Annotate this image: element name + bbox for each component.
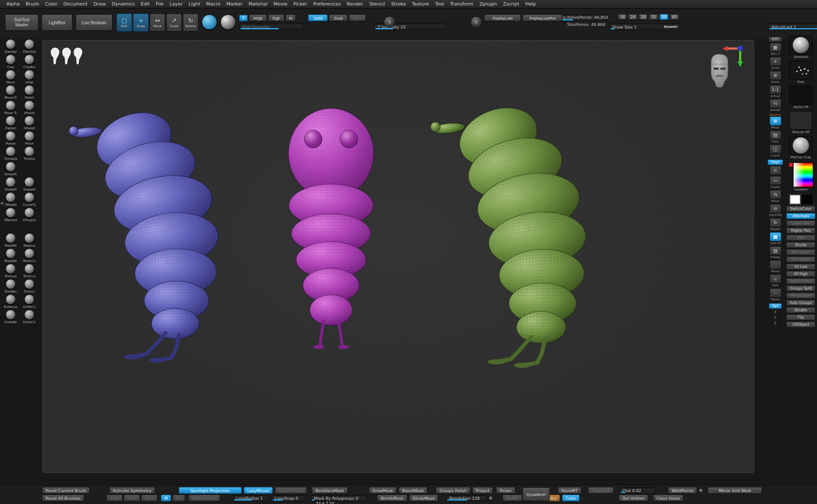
thumb-standard[interactable]: Standard bbox=[789, 36, 812, 60]
actual-button[interactable]: 1:1Actual bbox=[770, 85, 781, 98]
move-button[interactable]: ⇆Move bbox=[770, 190, 781, 203]
dist-0-02-slider[interactable]: Dist 0.02 bbox=[620, 487, 655, 494]
mode-scale-button[interactable]: ↗Scale bbox=[166, 14, 182, 31]
brush-trimrec[interactable]: TrimRec bbox=[3, 279, 19, 293]
brush-polish[interactable]: Polish bbox=[21, 85, 37, 100]
menu-zscript[interactable]: Zscript bbox=[500, 0, 522, 8]
brush-smooth[interactable]: Smooth bbox=[3, 162, 19, 176]
menu-stroke[interactable]: Stroke bbox=[388, 0, 409, 8]
menu-edit[interactable]: Edit bbox=[138, 0, 153, 8]
live-boolean-button[interactable]: Live Boolean bbox=[76, 14, 112, 31]
color-a-chip[interactable]: A bbox=[239, 15, 248, 21]
menu-zplugin[interactable]: Zplugin bbox=[476, 0, 500, 8]
menu-transform[interactable]: Transform bbox=[447, 0, 477, 8]
model-blue-caterpillar[interactable] bbox=[69, 103, 221, 363]
l-sym-button[interactable]: ◫L.Sym bbox=[770, 145, 781, 157]
menu-file[interactable]: File bbox=[153, 0, 166, 8]
brush-maskpe[interactable]: MaskPe bbox=[3, 233, 19, 248]
reset-current-brush-button[interactable]: Reset Current Brush bbox=[42, 487, 90, 494]
close-holes-button[interactable]: Close Holes bbox=[653, 495, 683, 501]
m-button[interactable]: M bbox=[286, 14, 296, 21]
subtool-master-button[interactable]: SubTool Master bbox=[5, 14, 38, 31]
xyz-button[interactable]: Xyz bbox=[769, 303, 782, 309]
menu-texture[interactable]: Texture bbox=[409, 0, 432, 8]
del-hidden-button[interactable]: Del Hidden bbox=[619, 495, 648, 501]
mode-move-button[interactable]: ↔Move bbox=[150, 14, 165, 31]
focal-preset-18[interactable]: 18 bbox=[618, 14, 627, 20]
menu-draw[interactable]: Draw bbox=[91, 0, 109, 8]
draw-size-slider[interactable]: Draw Size 1 Dynamic bbox=[609, 23, 680, 30]
solo-button[interactable]: ◉Solo bbox=[770, 274, 781, 287]
replay-knob[interactable]: D bbox=[471, 16, 482, 28]
brush-zmodel[interactable]: ZModel bbox=[3, 192, 19, 207]
lightbox-button[interactable]: LightBox bbox=[42, 14, 72, 31]
delmt-button[interactable]: DelMT bbox=[503, 495, 522, 501]
viewport-canvas[interactable] bbox=[43, 40, 754, 473]
xpose-button[interactable]: ∴Xpose bbox=[770, 288, 781, 301]
palette-collapse-icon[interactable]: ◀ bbox=[0, 201, 3, 205]
spix-3-button[interactable]: ▦SPix 3 bbox=[770, 43, 781, 56]
weldpoints-button[interactable]: WeldPoints bbox=[668, 487, 697, 494]
thumb-matcap-gray[interactable]: MatCap Gray bbox=[789, 136, 812, 160]
menu-color[interactable]: Color bbox=[42, 0, 60, 8]
replay-last-button[interactable]: ReplayLast bbox=[484, 14, 521, 21]
activate-symmetry-button[interactable]: Activate Symmetry bbox=[109, 487, 155, 494]
menu-macro[interactable]: Macro bbox=[203, 0, 223, 8]
brush-claybui[interactable]: ClayBui bbox=[21, 54, 37, 69]
focal-preset-50[interactable]: 50 bbox=[660, 14, 668, 20]
mode-edit-button[interactable]: ▢Edit bbox=[117, 14, 132, 31]
dilutemask-button[interactable]: DiluteMask bbox=[409, 495, 439, 501]
current-brush-icon[interactable] bbox=[202, 14, 217, 30]
z-button[interactable]: >Z< bbox=[141, 495, 157, 501]
mask-by-polygroups-0-slider[interactable]: Mask By Polygroups 0 bbox=[311, 495, 367, 501]
lazyradius-1-slider[interactable]: LazyRadius 1 bbox=[233, 495, 269, 501]
snaptotrack-button[interactable]: SnapToTrack bbox=[275, 487, 307, 494]
z-button[interactable]: Z bbox=[774, 322, 776, 325]
knob-icon[interactable] bbox=[699, 488, 703, 493]
brush-trimcur[interactable]: TrimCur bbox=[21, 264, 37, 278]
adjust-last-slider[interactable]: AdjustLast 1 bbox=[768, 23, 817, 30]
brush-maskla[interactable]: MaskLa bbox=[21, 233, 37, 248]
split-hidden-button[interactable]: Split Hidden bbox=[786, 278, 815, 284]
line-fill-button[interactable]: ▩Line Fill bbox=[770, 232, 781, 245]
brush-knifelas[interactable]: KnifeLas bbox=[3, 294, 19, 309]
ghost-button[interactable]: ◌Ghost bbox=[770, 260, 781, 273]
all-low-button[interactable]: All Low bbox=[786, 264, 815, 270]
switchcolor-button[interactable]: SwitchColor bbox=[786, 206, 815, 212]
storemt-button[interactable]: StoreMT bbox=[558, 487, 581, 494]
picker-button[interactable]: Picker bbox=[496, 487, 515, 494]
brush-inflat[interactable]: Inflat bbox=[21, 70, 37, 84]
menu-material[interactable]: Material bbox=[246, 0, 271, 8]
x-button[interactable]: >X< bbox=[106, 495, 123, 501]
double-button[interactable]: Double bbox=[786, 307, 815, 313]
brush-hpolish[interactable]: hPolish bbox=[21, 116, 37, 130]
brush-flatten[interactable]: Flatten bbox=[3, 116, 19, 130]
menu-help[interactable]: Help bbox=[522, 0, 539, 8]
brush-knifecu[interactable]: KnifeCu bbox=[21, 294, 37, 309]
resolution-128-slider[interactable]: Resolution 128 bbox=[446, 495, 487, 501]
brush-zproject[interactable]: ZProject bbox=[21, 208, 37, 222]
brush-trimlas[interactable]: TrimLas bbox=[3, 264, 19, 278]
thumb-dots[interactable]: Dots bbox=[789, 61, 812, 85]
menu-layer[interactable]: Layer bbox=[166, 0, 186, 8]
color-picker[interactable] bbox=[788, 162, 813, 187]
dynamesh-button[interactable]: DynaMesh bbox=[523, 487, 550, 501]
stroke-knob[interactable]: S bbox=[384, 16, 395, 28]
thumb-alpha-off[interactable]: Alpha Off bbox=[789, 86, 812, 110]
brush-standar[interactable]: Standar bbox=[3, 39, 19, 54]
mode-draw-button[interactable]: +Draw bbox=[133, 14, 149, 31]
current-stroke-icon[interactable] bbox=[220, 14, 236, 30]
brush-knifere[interactable]: KnifeRe bbox=[3, 310, 19, 324]
brush-maskcu[interactable]: MaskCu bbox=[21, 248, 37, 263]
spotlight-projection-button[interactable]: Spotlight Projection bbox=[179, 487, 242, 494]
lazymouse-button[interactable]: LazyMouse bbox=[244, 487, 273, 494]
brush-move-el[interactable]: Move El bbox=[3, 85, 19, 100]
brush-move-tc[interactable]: Move Tc bbox=[3, 100, 19, 115]
menu-light[interactable]: Light bbox=[186, 0, 203, 8]
focal-preset-28[interactable]: 28 bbox=[639, 14, 648, 20]
menu-preferences[interactable]: Preferences bbox=[310, 0, 344, 8]
replay-last-rel-button[interactable]: ReplayLastRel bbox=[523, 14, 563, 21]
sdiv-button[interactable]: SDiv bbox=[786, 235, 815, 241]
all-high-button[interactable]: All High bbox=[786, 271, 815, 277]
zcut-button[interactable]: Zcut bbox=[349, 14, 366, 21]
